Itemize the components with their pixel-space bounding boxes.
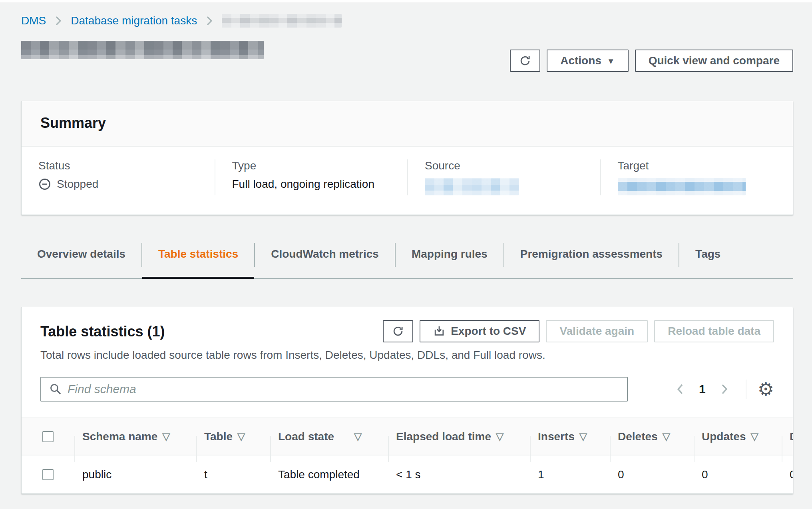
table-row: public t Table completed < 1 s 1 0 0 0 (22, 455, 793, 493)
table-statistics-header-area: Table statistics (1) Export to CSV (22, 307, 793, 402)
actions-button-label: Actions (560, 54, 601, 67)
table-statistics-title: Table statistics (1) (40, 320, 165, 340)
table-statistics-card: Table statistics (1) Export to CSV (21, 307, 793, 494)
cell-table: t (196, 468, 270, 481)
row-checkbox[interactable] (42, 469, 54, 480)
table-actions: Export to CSV Validate again Reload tabl… (383, 320, 774, 342)
chevron-right-icon (53, 15, 64, 27)
tab-table-statistics[interactable]: Table statistics (142, 243, 254, 278)
cell-updates: 0 (694, 468, 782, 481)
summary-target-column: Target (600, 159, 793, 195)
previous-page-button[interactable] (673, 380, 688, 398)
select-all-checkbox[interactable] (42, 431, 54, 442)
summary-card: Summary Status Stopped Type Full load, o… (21, 101, 793, 215)
pagination-divider (746, 380, 746, 399)
stopped-status-icon (38, 178, 51, 191)
refresh-button[interactable] (510, 50, 540, 72)
redacted-source-endpoint-link[interactable] (425, 178, 519, 195)
find-schema-input[interactable] (40, 377, 628, 402)
reload-table-data-label: Reload table data (668, 325, 760, 338)
summary-source-column: Source (407, 159, 600, 195)
cell-elapsed-load-time: < 1 s (388, 468, 530, 481)
column-header-updates[interactable]: Updates ▽ (694, 430, 782, 443)
sort-icon: ▽ (750, 431, 758, 442)
redacted-task-name-title (21, 41, 264, 59)
sort-icon: ▽ (354, 431, 362, 442)
status-label: Status (38, 159, 198, 172)
type-label: Type (232, 159, 391, 172)
summary-type-column: Type Full load, ongoing replication (215, 159, 408, 195)
cell-deletes: 0 (610, 468, 694, 481)
search-icon (49, 383, 62, 396)
cell-clipped: 0 (782, 468, 793, 481)
pagination: 1 ⚙ (673, 380, 774, 399)
cell-schema-name: public (74, 468, 196, 481)
tab-mapping-rules[interactable]: Mapping rules (396, 243, 504, 278)
type-value: Full load, ongoing replication (232, 178, 391, 191)
refresh-icon (519, 55, 531, 67)
column-header-deletes[interactable]: Deletes ▽ (610, 430, 694, 443)
column-header-inserts[interactable]: Inserts ▽ (530, 430, 610, 443)
breadcrumb: DMS Database migration tasks (21, 13, 793, 29)
task-detail-tabs: Overview details Table statistics CloudW… (21, 243, 793, 279)
column-header-schema-name[interactable]: Schema name ▽ (74, 430, 196, 443)
quick-view-compare-button[interactable]: Quick view and compare (635, 50, 793, 72)
download-icon (433, 325, 445, 337)
target-label: Target (618, 159, 776, 172)
table-statistics-table: Schema name ▽ Table ▽ Load state ▽ Elaps… (22, 418, 793, 493)
header-actions: Actions ▼ Quick view and compare (510, 50, 793, 72)
tab-cloudwatch-metrics[interactable]: CloudWatch metrics (255, 243, 395, 278)
redacted-target-endpoint-link[interactable] (618, 178, 746, 195)
breadcrumb-link-migration-tasks[interactable]: Database migration tasks (71, 14, 197, 27)
breadcrumb-link-dms[interactable]: DMS (21, 14, 46, 27)
redacted-current-task-crumb (222, 14, 342, 28)
sort-icon: ▽ (663, 431, 670, 442)
preferences-gear-icon[interactable]: ⚙ (758, 380, 774, 398)
column-header-table[interactable]: Table ▽ (196, 430, 270, 443)
quick-view-compare-label: Quick view and compare (649, 54, 780, 67)
table-header-row: Schema name ▽ Table ▽ Load state ▽ Elaps… (22, 418, 793, 455)
tab-tags[interactable]: Tags (679, 243, 736, 278)
summary-title: Summary (40, 115, 774, 131)
row-select-cell (22, 469, 74, 480)
sort-icon: ▽ (496, 431, 504, 442)
page-header: Actions ▼ Quick view and compare (21, 38, 793, 72)
cell-load-state: Table completed (270, 468, 388, 481)
cell-inserts: 1 (530, 468, 610, 481)
next-page-button[interactable] (717, 380, 732, 398)
tab-premigration-assessments[interactable]: Premigration assessments (504, 243, 679, 278)
table-refresh-button[interactable] (383, 320, 413, 342)
refresh-icon (392, 325, 404, 337)
column-header-load-state[interactable]: Load state ▽ (270, 430, 388, 443)
current-page-number: 1 (699, 382, 706, 396)
tab-overview-details[interactable]: Overview details (21, 243, 141, 278)
validate-again-button[interactable]: Validate again (546, 320, 648, 342)
status-text: Stopped (57, 178, 98, 191)
export-csv-label: Export to CSV (451, 325, 526, 338)
chevron-right-icon (204, 15, 215, 27)
filter-row: 1 ⚙ (40, 377, 774, 402)
reload-table-data-button[interactable]: Reload table data (654, 320, 774, 342)
status-value: Stopped (38, 178, 198, 191)
export-csv-button[interactable]: Export to CSV (420, 320, 539, 342)
page-content: DMS Database migration tasks Actions ▼ Q… (0, 2, 812, 494)
table-statistics-description: Total rows include loaded source table r… (40, 349, 774, 362)
column-header-clipped[interactable]: D (782, 430, 793, 443)
sort-icon: ▽ (579, 431, 587, 442)
schema-search (40, 377, 628, 402)
sort-icon: ▽ (237, 431, 245, 442)
summary-status-column: Status Stopped (22, 159, 215, 195)
validate-again-label: Validate again (559, 325, 634, 338)
column-header-elapsed-load-time[interactable]: Elapsed load time ▽ (388, 430, 530, 443)
sort-icon: ▽ (162, 431, 170, 442)
source-label: Source (425, 159, 583, 172)
summary-card-header: Summary (22, 101, 793, 147)
caret-down-icon: ▼ (607, 57, 615, 65)
actions-button[interactable]: Actions ▼ (547, 50, 628, 72)
summary-grid: Status Stopped Type Full load, ongoing r… (22, 147, 793, 215)
select-all-cell (22, 431, 74, 442)
